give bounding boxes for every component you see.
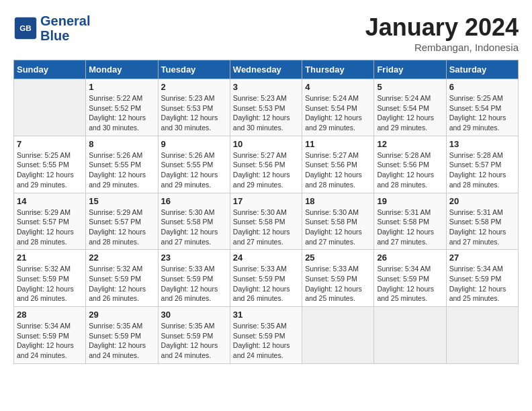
- calendar-cell: 8Sunrise: 5:26 AMSunset: 5:55 PMDaylight…: [86, 136, 158, 193]
- cell-info: Sunrise: 5:34 AMSunset: 5:59 PMDaylight:…: [17, 321, 83, 361]
- calendar-cell: 1Sunrise: 5:22 AMSunset: 5:52 PMDaylight…: [86, 79, 158, 136]
- logo-line2: Blue: [40, 28, 69, 43]
- cell-info: Sunrise: 5:30 AMSunset: 5:58 PMDaylight:…: [233, 208, 299, 247]
- day-number: 12: [377, 139, 443, 149]
- day-number: 13: [449, 139, 515, 149]
- cell-info: Sunrise: 5:27 AMSunset: 5:56 PMDaylight:…: [305, 150, 371, 190]
- day-number: 1: [89, 82, 154, 92]
- day-number: 19: [377, 196, 443, 206]
- calendar-week-5: 28Sunrise: 5:34 AMSunset: 5:59 PMDayligh…: [14, 307, 519, 364]
- calendar-cell: 29Sunrise: 5:35 AMSunset: 5:59 PMDayligh…: [86, 307, 158, 364]
- calendar-cell: 26Sunrise: 5:34 AMSunset: 5:59 PMDayligh…: [374, 250, 446, 307]
- calendar-cell: 27Sunrise: 5:34 AMSunset: 5:59 PMDayligh…: [446, 250, 518, 307]
- calendar-cell: 19Sunrise: 5:31 AMSunset: 5:58 PMDayligh…: [374, 193, 446, 250]
- cell-info: Sunrise: 5:30 AMSunset: 5:58 PMDaylight:…: [161, 208, 227, 247]
- location-subtitle: Rembangan, Indonesia: [365, 42, 519, 53]
- cell-info: Sunrise: 5:31 AMSunset: 5:58 PMDaylight:…: [449, 208, 515, 247]
- header-row: SundayMondayTuesdayWednesdayThursdayFrid…: [14, 60, 519, 79]
- cell-info: Sunrise: 5:29 AMSunset: 5:57 PMDaylight:…: [89, 208, 154, 247]
- day-number: 9: [161, 139, 227, 149]
- calendar-cell: 25Sunrise: 5:33 AMSunset: 5:59 PMDayligh…: [302, 250, 374, 307]
- header-cell-tuesday: Tuesday: [158, 60, 230, 79]
- day-number: 23: [161, 253, 227, 263]
- cell-info: Sunrise: 5:26 AMSunset: 5:55 PMDaylight:…: [89, 150, 154, 190]
- calendar-cell: 3Sunrise: 5:23 AMSunset: 5:53 PMDaylight…: [230, 79, 302, 136]
- title-block: January 2024 Rembangan, Indonesia: [365, 13, 519, 53]
- calendar-cell: 7Sunrise: 5:25 AMSunset: 5:55 PMDaylight…: [14, 136, 86, 193]
- day-number: 5: [377, 82, 443, 92]
- day-number: 29: [89, 310, 154, 320]
- calendar-cell: 22Sunrise: 5:32 AMSunset: 5:59 PMDayligh…: [86, 250, 158, 307]
- cell-info: Sunrise: 5:35 AMSunset: 5:59 PMDaylight:…: [233, 321, 299, 361]
- day-number: 16: [161, 196, 227, 206]
- cell-info: Sunrise: 5:25 AMSunset: 5:55 PMDaylight:…: [17, 150, 83, 190]
- cell-info: Sunrise: 5:35 AMSunset: 5:59 PMDaylight:…: [89, 321, 154, 361]
- svg-text:GB: GB: [19, 24, 32, 32]
- cell-info: Sunrise: 5:28 AMSunset: 5:57 PMDaylight:…: [449, 150, 515, 190]
- cell-info: Sunrise: 5:31 AMSunset: 5:58 PMDaylight:…: [377, 208, 443, 247]
- cell-info: Sunrise: 5:22 AMSunset: 5:52 PMDaylight:…: [89, 93, 154, 133]
- day-number: 2: [161, 82, 227, 92]
- cell-info: Sunrise: 5:27 AMSunset: 5:56 PMDaylight:…: [233, 150, 299, 190]
- day-number: 28: [17, 310, 83, 320]
- day-number: 6: [449, 82, 515, 92]
- calendar-cell: [302, 307, 374, 364]
- calendar-cell: 11Sunrise: 5:27 AMSunset: 5:56 PMDayligh…: [302, 136, 374, 193]
- cell-info: Sunrise: 5:34 AMSunset: 5:59 PMDaylight:…: [377, 264, 443, 304]
- calendar-cell: 12Sunrise: 5:28 AMSunset: 5:56 PMDayligh…: [374, 136, 446, 193]
- calendar-cell: [374, 307, 446, 364]
- calendar-cell: 16Sunrise: 5:30 AMSunset: 5:58 PMDayligh…: [158, 193, 230, 250]
- logo: GB General Blue: [13, 13, 90, 43]
- day-number: 24: [233, 253, 299, 263]
- logo-text: General Blue: [40, 13, 90, 43]
- header-cell-thursday: Thursday: [302, 60, 374, 79]
- calendar-cell: [14, 79, 86, 136]
- cell-info: Sunrise: 5:28 AMSunset: 5:56 PMDaylight:…: [377, 150, 443, 190]
- calendar-cell: 5Sunrise: 5:24 AMSunset: 5:54 PMDaylight…: [374, 79, 446, 136]
- cell-info: Sunrise: 5:26 AMSunset: 5:55 PMDaylight:…: [161, 150, 227, 190]
- cell-info: Sunrise: 5:30 AMSunset: 5:58 PMDaylight:…: [305, 208, 371, 247]
- cell-info: Sunrise: 5:23 AMSunset: 5:53 PMDaylight:…: [161, 93, 227, 133]
- calendar-cell: [446, 307, 518, 364]
- calendar-cell: 9Sunrise: 5:26 AMSunset: 5:55 PMDaylight…: [158, 136, 230, 193]
- calendar-cell: 10Sunrise: 5:27 AMSunset: 5:56 PMDayligh…: [230, 136, 302, 193]
- cell-info: Sunrise: 5:34 AMSunset: 5:59 PMDaylight:…: [449, 264, 515, 304]
- day-number: 22: [89, 253, 154, 263]
- calendar-cell: 23Sunrise: 5:33 AMSunset: 5:59 PMDayligh…: [158, 250, 230, 307]
- calendar-cell: 15Sunrise: 5:29 AMSunset: 5:57 PMDayligh…: [86, 193, 158, 250]
- cell-info: Sunrise: 5:23 AMSunset: 5:53 PMDaylight:…: [233, 93, 299, 133]
- header-cell-wednesday: Wednesday: [230, 60, 302, 79]
- calendar-cell: 13Sunrise: 5:28 AMSunset: 5:57 PMDayligh…: [446, 136, 518, 193]
- cell-info: Sunrise: 5:35 AMSunset: 5:59 PMDaylight:…: [161, 321, 227, 361]
- cell-info: Sunrise: 5:29 AMSunset: 5:57 PMDaylight:…: [17, 208, 83, 247]
- cell-info: Sunrise: 5:33 AMSunset: 5:59 PMDaylight:…: [305, 264, 371, 304]
- cell-info: Sunrise: 5:33 AMSunset: 5:59 PMDaylight:…: [161, 264, 227, 304]
- day-number: 17: [233, 196, 299, 206]
- day-number: 11: [305, 139, 371, 149]
- calendar-cell: 14Sunrise: 5:29 AMSunset: 5:57 PMDayligh…: [14, 193, 86, 250]
- calendar-cell: 21Sunrise: 5:32 AMSunset: 5:59 PMDayligh…: [14, 250, 86, 307]
- day-number: 8: [89, 139, 154, 149]
- calendar-cell: 17Sunrise: 5:30 AMSunset: 5:58 PMDayligh…: [230, 193, 302, 250]
- cell-info: Sunrise: 5:24 AMSunset: 5:54 PMDaylight:…: [377, 93, 443, 133]
- day-number: 15: [89, 196, 154, 206]
- day-number: 27: [449, 253, 515, 263]
- cell-info: Sunrise: 5:24 AMSunset: 5:54 PMDaylight:…: [305, 93, 371, 133]
- day-number: 10: [233, 139, 299, 149]
- logo-line1: General: [40, 13, 90, 28]
- day-number: 21: [17, 253, 83, 263]
- day-number: 4: [305, 82, 371, 92]
- calendar-cell: 31Sunrise: 5:35 AMSunset: 5:59 PMDayligh…: [230, 307, 302, 364]
- day-number: 31: [233, 310, 299, 320]
- calendar-table: SundayMondayTuesdayWednesdayThursdayFrid…: [13, 60, 519, 364]
- page-header: GB General Blue January 2024 Rembangan, …: [13, 13, 519, 53]
- calendar-cell: 6Sunrise: 5:25 AMSunset: 5:54 PMDaylight…: [446, 79, 518, 136]
- calendar-cell: 28Sunrise: 5:34 AMSunset: 5:59 PMDayligh…: [14, 307, 86, 364]
- day-number: 14: [17, 196, 83, 206]
- calendar-body: 1Sunrise: 5:22 AMSunset: 5:52 PMDaylight…: [14, 79, 519, 364]
- calendar-cell: 2Sunrise: 5:23 AMSunset: 5:53 PMDaylight…: [158, 79, 230, 136]
- header-cell-sunday: Sunday: [14, 60, 86, 79]
- calendar-cell: 24Sunrise: 5:33 AMSunset: 5:59 PMDayligh…: [230, 250, 302, 307]
- calendar-cell: 4Sunrise: 5:24 AMSunset: 5:54 PMDaylight…: [302, 79, 374, 136]
- calendar-week-4: 21Sunrise: 5:32 AMSunset: 5:59 PMDayligh…: [14, 250, 519, 307]
